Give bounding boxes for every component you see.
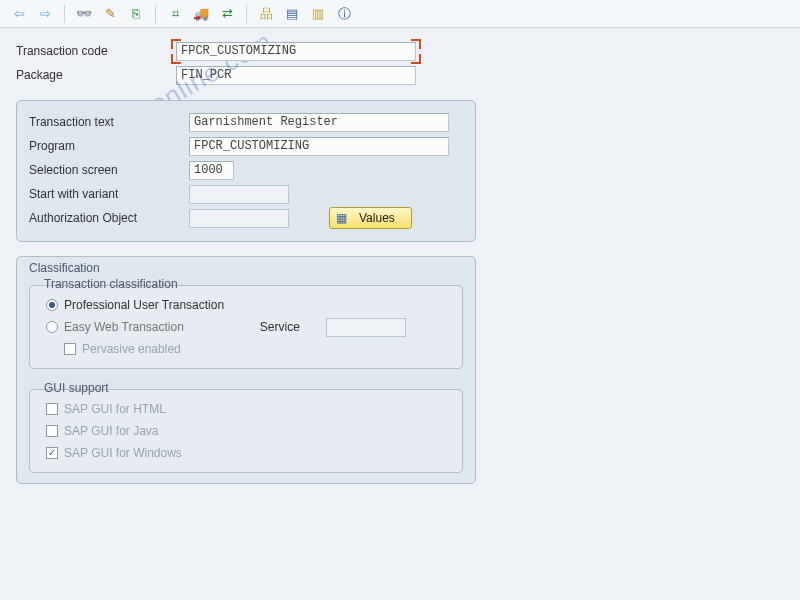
gui-support-title: GUI support: [40, 381, 113, 395]
check-gui-html-box: [46, 403, 58, 415]
start-variant-label: Start with variant: [29, 187, 189, 201]
check-pervasive: Pervasive enabled: [64, 338, 452, 360]
values-button[interactable]: ▦ Values: [329, 207, 412, 229]
radio-professional-label: Professional User Transaction: [64, 298, 224, 312]
where-used-icon[interactable]: ⌗: [164, 3, 186, 25]
program-label: Program: [29, 139, 189, 153]
hierarchy3-icon[interactable]: ▥: [307, 3, 329, 25]
copy-icon[interactable]: ⎘: [125, 3, 147, 25]
radio-easy-web[interactable]: Easy Web Transaction Service: [46, 316, 452, 338]
back-icon[interactable]: ⇦: [8, 3, 30, 25]
auth-object-input[interactable]: [189, 209, 289, 228]
details-panel: Transaction text Garnishment Register Pr…: [16, 100, 476, 242]
selection-screen-input[interactable]: 1000: [189, 161, 234, 180]
service-input[interactable]: [326, 318, 406, 337]
transaction-classification-title: Transaction classification: [40, 277, 182, 291]
package-input[interactable]: FIN_PCR: [176, 66, 416, 85]
separator: [246, 5, 247, 23]
check-gui-html-label: SAP GUI for HTML: [64, 402, 166, 416]
radio-easy-web-label: Easy Web Transaction: [64, 320, 184, 334]
program-input[interactable]: FPCR_CUSTOMIZING: [189, 137, 449, 156]
transaction-text-input[interactable]: Garnishment Register: [189, 113, 449, 132]
selection-screen-label: Selection screen: [29, 163, 189, 177]
gui-support-panel: GUI support SAP GUI for HTML SAP GUI for…: [29, 389, 463, 473]
separator: [155, 5, 156, 23]
radio-professional[interactable]: Professional User Transaction: [46, 294, 452, 316]
display-icon[interactable]: 👓: [73, 3, 95, 25]
content-area: sapbrainsonline.com Transaction code FPC…: [0, 28, 800, 496]
check-gui-windows-label: SAP GUI for Windows: [64, 446, 182, 460]
check-gui-java-box: [46, 425, 58, 437]
radio-easy-web-indicator: [46, 321, 58, 333]
transport-icon[interactable]: 🚚: [190, 3, 212, 25]
check-gui-java-label: SAP GUI for Java: [64, 424, 158, 438]
hierarchy1-icon[interactable]: 品: [255, 3, 277, 25]
check-gui-windows-box: ✓: [46, 447, 58, 459]
transaction-code-label: Transaction code: [16, 44, 176, 58]
transaction-classification-panel: Transaction classification Professional …: [29, 285, 463, 369]
service-label: Service: [260, 320, 300, 334]
start-variant-input[interactable]: [189, 185, 289, 204]
transaction-code-input[interactable]: FPCR_CUSTOMIZING: [176, 42, 416, 61]
toolbar: ⇦ ⇨ 👓 ✎ ⎘ ⌗ 🚚 ⇄ 品 ▤ ▥ ⓘ: [0, 0, 800, 28]
separator: [64, 5, 65, 23]
check-gui-html[interactable]: SAP GUI for HTML: [46, 398, 452, 420]
check-pervasive-label: Pervasive enabled: [82, 342, 181, 356]
classification-panel: Classification Transaction classificatio…: [16, 256, 476, 484]
forward-icon[interactable]: ⇨: [34, 3, 56, 25]
info-icon[interactable]: ⓘ: [333, 3, 355, 25]
classification-title: Classification: [17, 261, 451, 275]
transaction-text-label: Transaction text: [29, 115, 189, 129]
package-label: Package: [16, 68, 176, 82]
check-pervasive-box: [64, 343, 76, 355]
check-gui-windows[interactable]: ✓ SAP GUI for Windows: [46, 442, 452, 464]
edit-icon[interactable]: ✎: [99, 3, 121, 25]
check-gui-java[interactable]: SAP GUI for Java: [46, 420, 452, 442]
navigate-icon[interactable]: ⇄: [216, 3, 238, 25]
hierarchy2-icon[interactable]: ▤: [281, 3, 303, 25]
values-button-label: Values: [359, 211, 395, 225]
transaction-code-field-wrap: FPCR_CUSTOMIZING: [176, 42, 416, 61]
values-button-icon: ▦: [336, 211, 347, 225]
auth-object-label: Authorization Object: [29, 211, 189, 225]
radio-professional-indicator: [46, 299, 58, 311]
